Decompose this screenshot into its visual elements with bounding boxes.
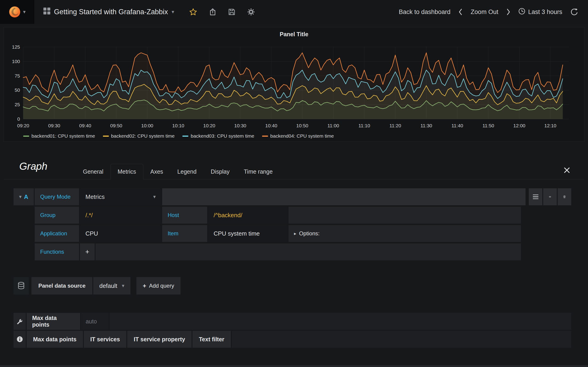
query-row-spacer <box>162 188 526 205</box>
query-eye-icon[interactable] <box>543 188 557 205</box>
application-label: Application <box>35 225 79 242</box>
navbar-actions <box>189 8 255 16</box>
svg-text:10:10: 10:10 <box>172 123 184 128</box>
datasource-value: default <box>99 282 117 290</box>
panel-title[interactable]: Panel Title <box>4 31 584 38</box>
functions-label: Functions <box>35 243 79 260</box>
host-input[interactable]: /^backend/ <box>208 207 288 224</box>
panel-type-label: Graph <box>19 161 47 172</box>
legend-item[interactable]: backend01: CPU system time <box>23 133 95 139</box>
graph-panel: Panel Title 09:2009:3009:4009:5010:0010:… <box>4 27 584 142</box>
svg-text:10:00: 10:00 <box>141 123 153 128</box>
group-input[interactable]: /.*/ <box>80 207 161 224</box>
svg-text:50: 50 <box>15 87 20 93</box>
footer-row-spacer <box>110 313 571 330</box>
query-letter: A <box>24 193 28 200</box>
svg-text:12:00: 12:00 <box>513 123 526 128</box>
svg-text:09:20: 09:20 <box>17 123 29 128</box>
navbar: ▾ Getting Started with Grafana-Zabbix ▾ <box>0 0 588 24</box>
legend-label: backend03: CPU system time <box>191 133 254 139</box>
mode-tab-it-services[interactable]: IT services <box>84 331 126 348</box>
query-mode-select[interactable]: Metrics ▾ <box>80 188 161 205</box>
close-icon[interactable] <box>563 166 571 174</box>
legend-color-dash <box>103 135 109 137</box>
item-label: Item <box>162 225 207 242</box>
save-icon[interactable] <box>228 8 235 15</box>
datasource-select[interactable]: default ▾ <box>93 277 130 294</box>
svg-text:75: 75 <box>15 73 20 78</box>
datasource-row: Panel data source default ▾ + Add query <box>14 277 181 294</box>
query-mode-label: Query Mode <box>35 188 79 205</box>
time-series-chart[interactable]: 09:2009:3009:4009:5010:0010:1010:2010:30… <box>5 39 584 131</box>
legend-item[interactable]: backend03: CPU system time <box>182 133 254 139</box>
add-query-button[interactable]: + Add query <box>137 277 181 294</box>
svg-text:09:40: 09:40 <box>79 123 91 128</box>
mode-tab-text-filter[interactable]: Text filter <box>192 331 231 348</box>
chevron-left-icon[interactable] <box>459 8 462 15</box>
legend-item[interactable]: backend04: CPU system time <box>262 133 334 139</box>
svg-text:100: 100 <box>12 59 20 64</box>
query-row-application-item: Application CPU Item CPU system time ▸ O… <box>14 225 521 242</box>
options-label: Options: <box>299 230 320 237</box>
svg-text:11:00: 11:00 <box>328 123 339 128</box>
function-modes-row: Max data pointsIT servicesIT service pro… <box>14 331 571 348</box>
tab-legend[interactable]: Legend <box>170 164 204 179</box>
refresh-icon[interactable] <box>571 8 578 16</box>
legend-item[interactable]: backend02: CPU system time <box>103 133 175 139</box>
grafana-logo[interactable]: ▾ <box>0 0 34 24</box>
chevron-right-icon[interactable] <box>506 8 510 15</box>
query-row-group-host: Group /.*/ Host /^backend/ <box>14 207 521 224</box>
tab-general[interactable]: General <box>76 164 111 179</box>
svg-text:125: 125 <box>12 44 20 50</box>
application-input[interactable]: CPU <box>80 225 161 242</box>
zoom-out-button[interactable]: Zoom Out <box>471 8 498 16</box>
mode-tab-max-data-points[interactable]: Max data points <box>27 331 83 348</box>
editor-tabs: GeneralMetricsAxesLegendDisplayTime rang… <box>76 164 280 179</box>
item-input[interactable]: CPU system time <box>208 225 288 242</box>
query-row-spacer <box>288 207 521 224</box>
svg-text:0: 0 <box>17 116 20 122</box>
query-mode-value: Metrics <box>86 193 105 200</box>
max-data-points-row: Max data points auto <box>14 313 571 330</box>
svg-text:25: 25 <box>15 102 20 107</box>
time-range-label: Last 3 hours <box>528 8 562 16</box>
svg-text:11:50: 11:50 <box>483 123 494 128</box>
svg-text:09:30: 09:30 <box>48 123 61 128</box>
tab-axes[interactable]: Axes <box>143 164 170 179</box>
add-function-button[interactable]: + <box>80 243 95 260</box>
star-icon[interactable] <box>189 8 197 16</box>
back-to-dashboard-button[interactable]: Back to dashboard <box>399 8 450 16</box>
query-menu-icon[interactable] <box>529 188 542 205</box>
query-collapse-toggle[interactable]: ▾ A <box>14 188 34 205</box>
legend-label: backend04: CPU system time <box>270 133 334 139</box>
svg-text:10:40: 10:40 <box>265 123 277 128</box>
svg-text:11:10: 11:10 <box>359 123 370 128</box>
group-label: Group <box>35 207 79 224</box>
query-row-functions: Functions + <box>14 243 521 260</box>
query-trash-icon[interactable] <box>558 188 571 205</box>
options-caret-icon: ▸ <box>294 231 296 236</box>
max-data-points-input[interactable]: auto <box>81 313 109 330</box>
tab-display[interactable]: Display <box>204 164 237 179</box>
svg-text:11:40: 11:40 <box>451 123 463 128</box>
tab-time-range[interactable]: Time range <box>237 164 280 179</box>
info-icon <box>14 331 26 348</box>
tab-metrics[interactable]: Metrics <box>111 164 143 179</box>
svg-text:11:30: 11:30 <box>421 123 432 128</box>
legend-color-dash <box>23 135 29 137</box>
hamburger-icon <box>533 194 538 199</box>
legend-color-dash <box>182 135 188 137</box>
time-range-picker[interactable]: Last 3 hours <box>519 8 562 16</box>
gear-icon[interactable] <box>247 8 255 16</box>
footer-row-spacer <box>232 331 571 348</box>
mode-tab-it-service-property[interactable]: IT service property <box>127 331 191 348</box>
options-toggle[interactable]: ▸ Options: <box>288 225 521 242</box>
max-data-points-label: Max data points <box>27 313 80 330</box>
panel-datasource-label: Panel data source <box>32 277 92 294</box>
page-bottom-strip <box>0 365 588 367</box>
dashboard-title-menu[interactable]: Getting Started with Grafana-Zabbix ▾ <box>43 8 174 16</box>
host-label: Host <box>162 207 207 224</box>
share-icon[interactable] <box>209 8 216 16</box>
query-row-spacer <box>95 243 521 260</box>
caret-down-icon: ▾ <box>153 194 156 199</box>
